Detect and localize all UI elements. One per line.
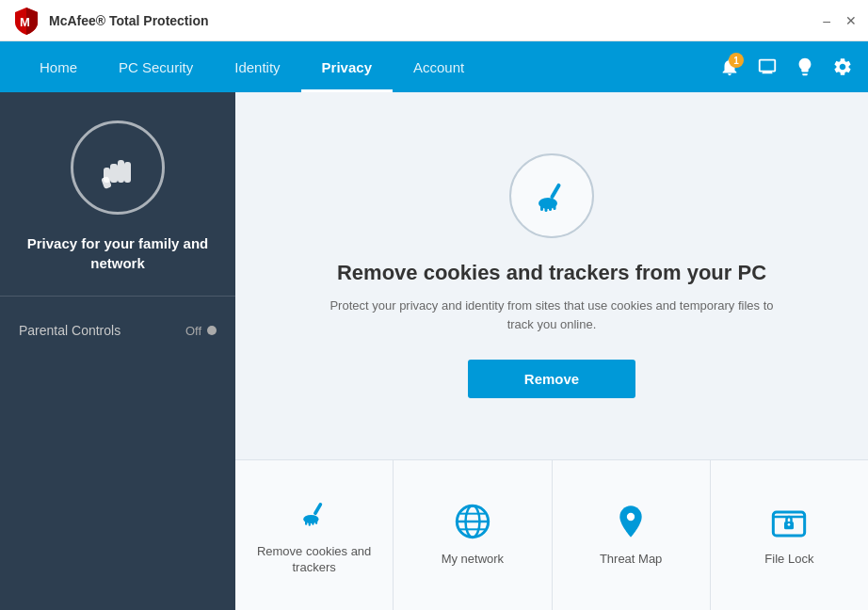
title-bar: M McAfee® Total Protection – ✕ — [0, 0, 868, 41]
notification-badge: 1 — [729, 53, 744, 68]
toggle-dot — [207, 326, 217, 335]
hero-subtitle: Protect your privacy and identity from s… — [326, 297, 778, 333]
svg-rect-2 — [118, 160, 124, 183]
parental-controls-item[interactable]: Parental Controls Off — [0, 312, 235, 349]
nav-item-identity[interactable]: Identity — [214, 41, 300, 92]
card-file-lock[interactable]: File Lock — [711, 460, 868, 610]
tip-button[interactable] — [795, 56, 815, 77]
minimize-button[interactable]: – — [823, 13, 830, 28]
svg-rect-16 — [312, 519, 313, 524]
window-controls[interactable]: – ✕ — [823, 13, 857, 28]
bulb-icon — [795, 56, 815, 77]
svg-point-26 — [788, 523, 791, 526]
hero-section: Remove cookies and trackers from your PC… — [235, 92, 868, 459]
svg-rect-8 — [540, 203, 543, 211]
nav-icons: 1 — [719, 56, 853, 77]
broom-hero-icon — [531, 175, 572, 217]
svg-point-23 — [627, 513, 635, 521]
card-file-lock-label: File Lock — [764, 552, 813, 568]
nav-item-privacy[interactable]: Privacy — [301, 41, 393, 92]
svg-text:M: M — [20, 15, 30, 29]
svg-rect-11 — [554, 203, 556, 210]
hero-title: Remove cookies and trackers from your PC — [337, 261, 766, 285]
svg-rect-9 — [545, 203, 548, 212]
app-title: McAfee® Total Protection — [49, 13, 209, 28]
hero-icon-circle — [509, 153, 594, 238]
nav-items: Home PC Security Identity Privacy Accoun… — [19, 41, 485, 92]
broom-card-icon — [296, 495, 333, 533]
sidebar-title: Privacy for your family and network — [0, 233, 235, 273]
location-icon — [612, 503, 650, 540]
file-lock-icon — [770, 503, 808, 540]
remove-button[interactable]: Remove — [468, 360, 635, 398]
svg-rect-15 — [308, 519, 310, 525]
svg-rect-3 — [124, 162, 131, 183]
gear-icon — [832, 56, 853, 77]
app-logo: M McAfee® Total Protection — [11, 6, 209, 36]
parental-controls-label: Parental Controls — [19, 323, 121, 338]
card-threat-map-label: Threat Map — [600, 552, 662, 568]
monitor-button[interactable] — [757, 56, 778, 77]
svg-rect-12 — [313, 502, 322, 515]
monitor-icon — [757, 56, 778, 77]
content-area: Remove cookies and trackers from your PC… — [235, 92, 868, 610]
card-my-network[interactable]: My network — [394, 460, 552, 610]
card-threat-map[interactable]: Threat Map — [553, 460, 711, 610]
close-button[interactable]: ✕ — [845, 13, 857, 28]
globe-icon — [454, 503, 491, 540]
svg-rect-6 — [550, 183, 561, 200]
sidebar: Privacy for your family and network Pare… — [0, 92, 235, 610]
mcafee-shield-icon: M — [11, 6, 41, 36]
svg-rect-1 — [110, 164, 118, 183]
nav-bar: Home PC Security Identity Privacy Accoun… — [0, 41, 868, 92]
notification-button[interactable]: 1 — [719, 56, 740, 77]
card-remove-cookies[interactable]: Remove cookies and trackers — [235, 460, 394, 610]
svg-rect-14 — [305, 519, 307, 524]
main-layout: Privacy for your family and network Pare… — [0, 92, 868, 610]
settings-button[interactable] — [832, 56, 853, 77]
nav-item-pc-security[interactable]: PC Security — [98, 41, 214, 92]
privacy-hand-icon — [93, 143, 142, 192]
svg-rect-17 — [315, 519, 317, 523]
bottom-cards: Remove cookies and trackers My network — [235, 459, 868, 610]
nav-item-home[interactable]: Home — [19, 41, 98, 92]
card-my-network-label: My network — [442, 552, 504, 568]
sidebar-icon-circle — [71, 120, 165, 215]
svg-rect-10 — [549, 203, 552, 211]
parental-controls-toggle[interactable]: Off — [185, 324, 217, 338]
card-remove-cookies-label: Remove cookies and trackers — [245, 544, 383, 576]
sidebar-divider — [0, 296, 235, 297]
nav-item-account[interactable]: Account — [393, 41, 485, 92]
toggle-text: Off — [185, 324, 201, 338]
